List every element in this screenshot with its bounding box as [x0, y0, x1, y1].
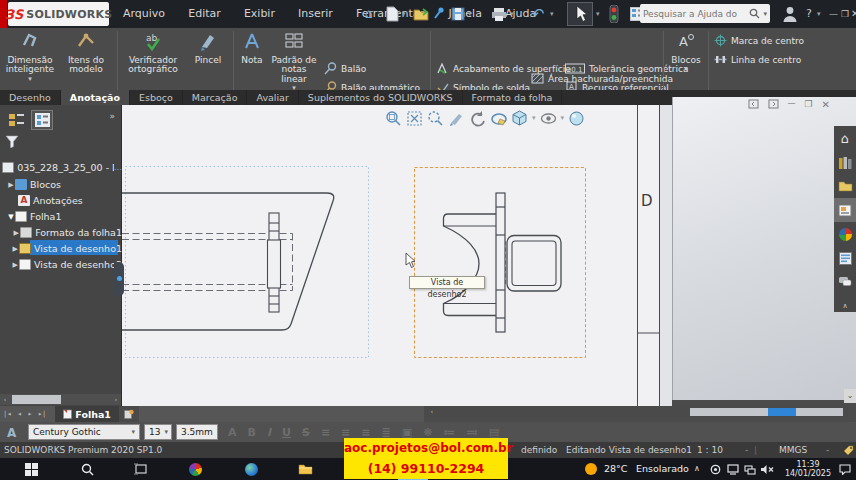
view-settings-icon[interactable]	[568, 110, 585, 127]
smart-dimension-caret-icon[interactable]: ▾	[2, 75, 58, 85]
font-a-button[interactable]: A	[228, 426, 237, 439]
open-document-icon[interactable]	[413, 7, 431, 21]
weather-desc-label[interactable]: Ensolarado	[636, 458, 689, 480]
pane-restore-icon[interactable]: ❐	[805, 99, 813, 110]
sheet-nav-prev-icon[interactable]: ◂	[14, 410, 24, 418]
select-tool-button[interactable]	[567, 2, 593, 26]
format-painter-button[interactable]: Pincel	[186, 30, 230, 65]
3d-drawing-view-icon[interactable]	[490, 110, 507, 127]
expand-arrow-icon[interactable]: ▶	[11, 261, 19, 269]
filter-icon[interactable]	[5, 135, 19, 148]
display-icon[interactable]	[727, 464, 739, 475]
panel-expand-chevron-icon[interactable]: »	[109, 111, 115, 121]
tree-item-vista-desenho2[interactable]: ▶ Vista de desenho2	[0, 257, 122, 272]
restore-button[interactable]: ❐	[841, 0, 849, 28]
zoom-area-icon[interactable]	[406, 110, 423, 127]
tray-app-icon[interactable]	[710, 464, 721, 475]
view2-bar[interactable]	[496, 193, 505, 332]
display-style-caret-icon[interactable]: ▾	[561, 110, 565, 127]
sheet-nav-last-icon[interactable]: ▸|	[35, 410, 49, 418]
tray-chevron-up-icon[interactable]: ∧	[694, 458, 700, 480]
tab-suplementos[interactable]: Suplementos do SOLIDWORKS	[299, 90, 463, 105]
align-center-button[interactable]: ≡	[341, 426, 350, 439]
undo-caret-icon[interactable]: ▾	[550, 0, 554, 28]
select-caret-icon[interactable]: ▾	[596, 0, 600, 28]
prev-pane-icon[interactable]	[748, 99, 759, 109]
view2-square-outer[interactable]	[507, 236, 561, 292]
sheet-tab-folha1[interactable]: Folha1	[55, 406, 119, 422]
design-library-tab[interactable]	[834, 150, 856, 174]
tree-item-vista-desenho1[interactable]: ▶ Vista de desenho1	[0, 241, 122, 256]
hscroll-thumb[interactable]	[690, 408, 843, 416]
start-button[interactable]	[20, 458, 42, 480]
save-icon[interactable]	[451, 7, 465, 21]
tree-item-blocos[interactable]: ▶ Blocos	[0, 177, 122, 192]
volume-muted-icon[interactable]	[760, 464, 774, 475]
view1-boundary[interactable]	[126, 167, 369, 358]
custom-properties-tab[interactable]	[834, 246, 856, 270]
paragraph-button[interactable]: ▤	[489, 426, 499, 439]
italic-button[interactable]: I	[267, 426, 271, 439]
number-list-button[interactable]: ≕	[466, 426, 478, 439]
font-size-select[interactable]: 13▾	[144, 424, 172, 440]
menu-exibir[interactable]: Exibir	[235, 0, 284, 28]
tab-esboco[interactable]: Esboço	[130, 90, 183, 105]
edge-button[interactable]	[240, 458, 262, 480]
menu-editar[interactable]: Editar	[179, 0, 230, 28]
spell-checker-button[interactable]: ab Verificador ortográfico	[122, 30, 184, 75]
tree-item-folha1[interactable]: ▼ Folha1	[0, 209, 122, 224]
task-view-button[interactable]	[130, 458, 152, 480]
tab-avaliar[interactable]: Avaliar	[247, 90, 298, 105]
notification-center-icon[interactable]	[839, 464, 851, 475]
taskbar-search-button[interactable]	[76, 458, 98, 480]
pane-close-icon[interactable]: ✕	[822, 99, 830, 110]
sheet-scale-label[interactable]: 1 : 10	[697, 442, 723, 458]
menu-inserir[interactable]: Inserir	[289, 0, 342, 28]
expand-arrow-icon[interactable]: ▶	[11, 245, 19, 253]
collapse-arrow-icon[interactable]: ▼	[7, 213, 15, 221]
file-explorer-tab[interactable]	[834, 174, 856, 198]
units-caret-icon[interactable]: -	[826, 442, 829, 458]
align-right-button[interactable]: ≡	[361, 426, 370, 439]
tag-icon[interactable]	[843, 445, 854, 456]
tab-anotacao[interactable]: Anotação	[61, 90, 130, 105]
sheet-nav-first-icon[interactable]: |◂	[0, 410, 14, 418]
tree-item-formato-folha1[interactable]: ▶ Formato da folha1	[0, 225, 122, 240]
menu-janela[interactable]: Janela	[439, 0, 491, 28]
print-icon[interactable]	[491, 8, 507, 21]
weather-widget[interactable]	[583, 458, 599, 480]
view-orientation-caret-icon[interactable]: ▾	[532, 110, 536, 127]
help-search-box[interactable]: ▾	[640, 4, 770, 23]
tab-marcacao[interactable]: Marcação	[183, 90, 248, 105]
panel-scroll-thumb[interactable]	[12, 395, 60, 404]
scroll-left-icon[interactable]: ‹	[0, 396, 10, 404]
help-icon[interactable]: ?	[806, 0, 812, 28]
minimize-button[interactable]: —	[829, 0, 838, 28]
hatch-pattern-button[interactable]: ❋	[423, 426, 432, 439]
new-document-icon[interactable]	[386, 6, 399, 22]
text-height-field[interactable]: 3.5mm	[176, 424, 218, 440]
save-caret-icon[interactable]: ▾	[468, 0, 472, 28]
strip-scroll-up[interactable]: ∧	[834, 294, 856, 318]
display-style-icon[interactable]	[540, 110, 557, 127]
expand-arrow-icon[interactable]: ▶	[7, 181, 15, 189]
zoom-fit-icon[interactable]	[385, 110, 402, 127]
help-caret-icon[interactable]: ▾	[817, 0, 821, 28]
view1-pin[interactable]	[268, 213, 281, 312]
center-mark-button[interactable]: Marca de centro	[714, 31, 804, 50]
forum-tab[interactable]	[834, 270, 856, 294]
bold-button[interactable]: B	[248, 426, 256, 439]
balloon-button[interactable]: Balão	[324, 59, 366, 78]
add-sheet-tab[interactable]	[119, 406, 139, 422]
tree-item-anotacoes[interactable]: A Anotações	[0, 193, 122, 208]
tab-formato-folha[interactable]: Formato da folha	[463, 90, 563, 105]
pin-menu-icon[interactable]	[432, 7, 444, 21]
units-label[interactable]: MMGS	[779, 442, 807, 458]
rebuild-traffic-light-icon[interactable]	[609, 5, 619, 23]
insert-image-button[interactable]: ▣	[402, 426, 412, 439]
strikethrough-button[interactable]: S	[302, 426, 310, 439]
tab-desenho[interactable]: Desenho	[0, 90, 61, 105]
blocks-button[interactable]: A Blocos ▾	[667, 30, 705, 75]
format-text-icon[interactable]: A	[6, 426, 20, 439]
underline-button[interactable]: U	[282, 426, 291, 439]
